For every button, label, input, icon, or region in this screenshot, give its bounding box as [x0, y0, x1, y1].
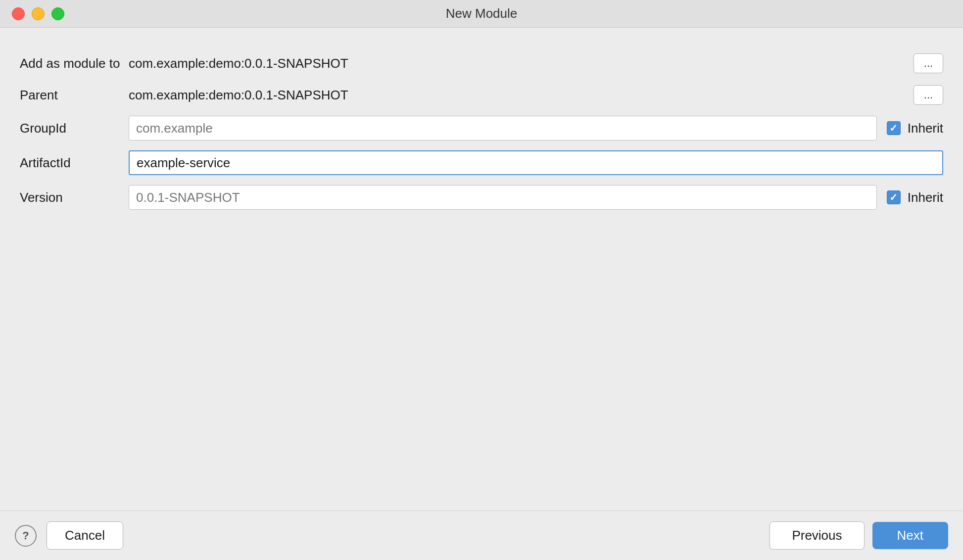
version-label: Version	[20, 190, 129, 205]
add-as-module-browse-button[interactable]: ...	[914, 53, 943, 73]
version-inherit-checkbox[interactable]: ✓	[887, 190, 901, 204]
dialog-content: Add as module to com.example:demo:0.0.1-…	[0, 28, 963, 511]
maximize-button[interactable]	[51, 7, 64, 20]
minimize-button[interactable]	[32, 7, 45, 20]
parent-browse-button[interactable]: ...	[914, 85, 943, 105]
close-button[interactable]	[12, 7, 25, 20]
version-inherit-label: Inherit	[908, 190, 943, 205]
artifact-id-row: ArtifactId	[20, 145, 943, 180]
version-check-icon: ✓	[889, 191, 898, 203]
group-id-inherit-checkbox[interactable]: ✓	[887, 121, 901, 135]
add-as-module-value: com.example:demo:0.0.1-SNAPSHOT	[129, 56, 348, 71]
version-input[interactable]	[129, 185, 877, 210]
dialog-title: New Module	[446, 6, 518, 21]
form-area: Add as module to com.example:demo:0.0.1-…	[20, 47, 943, 215]
group-id-input[interactable]	[129, 116, 877, 140]
group-id-check-icon: ✓	[889, 122, 898, 134]
artifact-id-label: ArtifactId	[20, 155, 129, 171]
dialog-footer: ? Cancel Previous Next	[0, 511, 963, 560]
group-id-inherit-wrapper: ✓ Inherit	[887, 121, 943, 136]
dialog-window: New Module Add as module to com.example:…	[0, 0, 963, 560]
group-id-inherit-label: Inherit	[908, 121, 943, 136]
previous-button[interactable]: Previous	[770, 521, 864, 550]
cancel-button[interactable]: Cancel	[47, 521, 123, 550]
parent-label: Parent	[20, 88, 129, 103]
help-button[interactable]: ?	[15, 525, 37, 547]
add-as-module-row: Add as module to com.example:demo:0.0.1-…	[20, 47, 943, 79]
parent-value-wrapper: com.example:demo:0.0.1-SNAPSHOT ...	[129, 85, 943, 105]
version-inherit-wrapper: ✓ Inherit	[887, 190, 943, 205]
traffic-lights	[12, 7, 64, 20]
artifact-id-input[interactable]	[129, 150, 943, 175]
version-row: Version ✓ Inherit	[20, 180, 943, 215]
titlebar: New Module	[0, 0, 963, 28]
parent-row: Parent com.example:demo:0.0.1-SNAPSHOT .…	[20, 79, 943, 111]
group-id-label: GroupId	[20, 121, 129, 136]
next-button[interactable]: Next	[872, 522, 948, 549]
add-as-module-value-wrapper: com.example:demo:0.0.1-SNAPSHOT ...	[129, 53, 943, 73]
parent-value: com.example:demo:0.0.1-SNAPSHOT	[129, 88, 348, 103]
group-id-row: GroupId ✓ Inherit	[20, 111, 943, 145]
add-as-module-label: Add as module to	[20, 56, 129, 71]
